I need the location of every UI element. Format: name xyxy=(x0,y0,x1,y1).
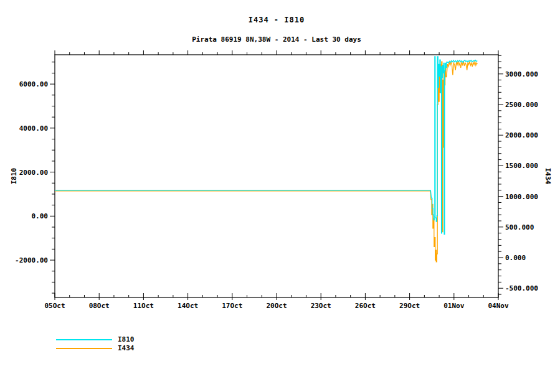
series-i810-line xyxy=(55,57,477,235)
right-axis-label: 1000.000 xyxy=(505,193,538,201)
legend: I810 I434 xyxy=(56,335,135,353)
x-axis-label: 20Oct xyxy=(266,302,287,310)
right-axis-label: 0.000 xyxy=(505,254,526,262)
plot-frame xyxy=(55,55,498,297)
left-axis-label: 2000.00 xyxy=(19,169,48,177)
right-axis-label: 2500.000 xyxy=(505,101,538,109)
x-axis-label: 11Oct xyxy=(133,302,154,310)
x-axis-label: 26Oct xyxy=(355,302,376,310)
x-axis-label: 01Nov xyxy=(444,302,464,310)
right-axis-label: 2000.000 xyxy=(505,131,538,139)
x-axis-label: 05Oct xyxy=(44,302,65,310)
legend-label-i434: I434 xyxy=(118,345,135,352)
right-axis-label: -500.000 xyxy=(505,284,538,292)
right-axis-title: I434 xyxy=(544,168,552,185)
right-axis-label: 500.000 xyxy=(505,223,534,231)
x-axis-label: 14Oct xyxy=(178,302,198,310)
x-axis-label: 17Oct xyxy=(222,302,242,310)
legend-item-i810: I810 xyxy=(56,335,135,344)
legend-item-i434: I434 xyxy=(56,344,135,353)
plot-area: 05Oct08Oct11Oct14Oct17Oct20Oct23Oct26Oct… xyxy=(0,0,555,392)
left-axis-label: 6000.00 xyxy=(19,80,48,88)
right-axis-label: 1500.000 xyxy=(505,162,538,170)
legend-swatch-i434 xyxy=(56,348,112,349)
right-axis-label: 3000.000 xyxy=(505,70,538,78)
left-axis-label: 0.00 xyxy=(32,212,49,220)
left-axis-label: -2000.00 xyxy=(15,256,48,264)
chart-page: I434 - I810 Pirata 86919 8N,38W - 2014 -… xyxy=(0,0,555,392)
left-axis-label: 4000.00 xyxy=(19,124,48,133)
x-axis-label: 29Oct xyxy=(399,302,420,310)
x-axis-label: 04Nov xyxy=(488,302,508,310)
left-axis-title: I810 xyxy=(10,168,18,185)
series-i434-line xyxy=(55,61,477,262)
x-axis-label: 23Oct xyxy=(311,302,331,310)
legend-label-i810: I810 xyxy=(118,336,135,343)
x-axis-label: 08Oct xyxy=(89,302,110,310)
legend-swatch-i810 xyxy=(56,339,112,340)
